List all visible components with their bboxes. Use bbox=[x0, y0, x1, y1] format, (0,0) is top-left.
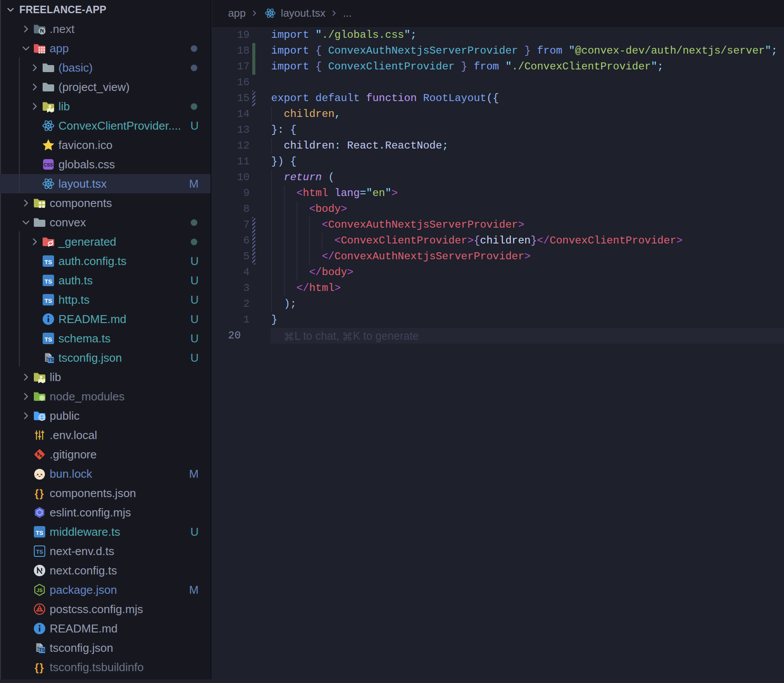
svg-text:TS: TS bbox=[44, 336, 52, 343]
svg-text:{}: {} bbox=[35, 661, 45, 673]
svg-text:TS: TS bbox=[44, 278, 52, 285]
svg-text:{}: {} bbox=[35, 487, 45, 499]
svg-text:TS: TS bbox=[36, 549, 43, 555]
svg-text:TS: TS bbox=[39, 647, 45, 653]
svg-text:TS: TS bbox=[44, 298, 52, 304]
svg-text:JS: JS bbox=[36, 588, 42, 593]
svg-text:TS: TS bbox=[36, 530, 43, 536]
svg-text:TS: TS bbox=[48, 357, 54, 363]
svg-text:CSS: CSS bbox=[44, 162, 53, 167]
svg-text:TS: TS bbox=[44, 259, 52, 265]
